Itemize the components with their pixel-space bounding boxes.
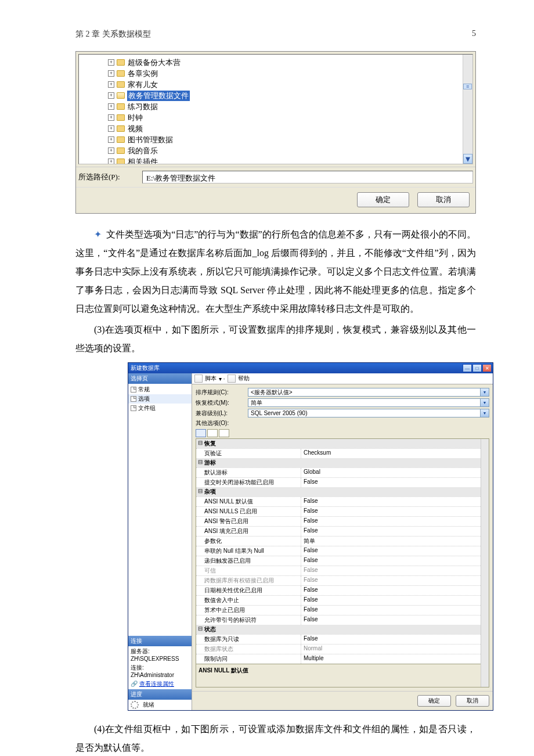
cancel-button[interactable]: 取消: [417, 192, 470, 207]
grid-category[interactable]: ⊟游标: [196, 458, 489, 467]
view-connection-props-link[interactable]: 查看连接属性: [139, 681, 174, 687]
grid-row[interactable]: ANSI 填充已启用False: [196, 526, 489, 536]
property-name: 提交时关闭游标功能已启用: [196, 478, 301, 487]
recovery-combo[interactable]: 简单▼: [248, 398, 489, 407]
grid-category[interactable]: ⊟状态: [196, 625, 489, 634]
property-name: 递归触发器已启用: [196, 556, 301, 566]
expand-icon[interactable]: +: [108, 70, 114, 77]
property-value[interactable]: False: [301, 615, 489, 625]
tree-item[interactable]: +超级备份大本营: [108, 57, 472, 68]
cancel-button[interactable]: 取消: [456, 695, 489, 707]
property-value[interactable]: False: [301, 517, 489, 526]
categorized-view-button[interactable]: [196, 429, 206, 437]
grid-row[interactable]: ANSI 警告已启用False: [196, 516, 489, 526]
grid-row[interactable]: 算术中止已启用False: [196, 605, 489, 615]
alphabetical-view-button[interactable]: [207, 429, 218, 437]
tree-item[interactable]: +家有儿女: [108, 79, 472, 90]
expand-icon[interactable]: +: [108, 81, 114, 88]
close-button[interactable]: ✕: [482, 364, 492, 372]
folder-icon: [117, 147, 125, 154]
ok-button[interactable]: 确定: [417, 695, 451, 707]
expand-icon[interactable]: +: [108, 59, 114, 66]
category-label: 状态: [204, 625, 216, 633]
grid-row[interactable]: 允许带引号的标识符False: [196, 615, 489, 625]
property-value[interactable]: False: [301, 546, 489, 556]
folder-icon: [117, 136, 125, 143]
tree-item-label: 我的音乐: [127, 146, 158, 156]
tree-item[interactable]: +相关插件: [108, 156, 472, 164]
page-nav-item[interactable]: 文件组: [128, 404, 192, 413]
expand-icon[interactable]: +: [108, 103, 114, 110]
maximize-button[interactable]: □: [472, 364, 482, 372]
tree-item[interactable]: +各章实例: [108, 68, 472, 79]
grid-row[interactable]: 数据库为只读False: [196, 634, 489, 644]
property-value[interactable]: Global: [301, 468, 489, 477]
property-value[interactable]: False: [301, 596, 489, 605]
chevron-down-icon: ▼: [480, 409, 489, 417]
category-label: 游标: [204, 459, 216, 467]
tree-item[interactable]: +视频: [108, 123, 472, 134]
compat-combo[interactable]: SQL Server 2005 (90)▼: [248, 409, 489, 417]
script-button[interactable]: 脚本: [205, 375, 217, 383]
grid-row[interactable]: ANSI NULL 默认值False: [196, 496, 489, 506]
grid-row[interactable]: 默认游标Global: [196, 467, 489, 477]
select-page-header: 选择页: [128, 373, 192, 384]
tree-item[interactable]: +时钟: [108, 112, 472, 123]
help-button[interactable]: 帮助: [238, 375, 250, 383]
grid-category[interactable]: ⊟杂项: [196, 487, 489, 496]
grid-row[interactable]: 递归触发器已启用False: [196, 556, 489, 566]
page-nav-item[interactable]: 常规: [128, 385, 192, 394]
selected-path-field[interactable]: E:\教务管理数据文件: [142, 171, 473, 183]
chevron-down-icon: ▼: [480, 388, 489, 396]
grid-category[interactable]: ⊟恢复: [196, 439, 489, 448]
page-nav-item[interactable]: 选项: [128, 394, 192, 404]
grid-row[interactable]: 参数化简单: [196, 536, 489, 546]
grid-view-button[interactable]: [219, 429, 229, 437]
property-value[interactable]: False: [301, 527, 489, 536]
expand-icon[interactable]: +: [108, 92, 114, 99]
scrollbar[interactable]: ≡ ▾: [463, 55, 472, 164]
paragraph-log-row: ✦ 文件类型选项为“日志”的行与为“数据”的行所包含的信息差不多，只有一两处很小…: [75, 225, 476, 318]
property-value[interactable]: Multiple: [301, 654, 489, 664]
ok-button[interactable]: 确定: [357, 192, 409, 207]
property-value[interactable]: False: [301, 635, 489, 644]
collation-combo[interactable]: <服务器默认值>▼: [248, 388, 489, 397]
property-value[interactable]: False: [301, 606, 489, 615]
folder-tree[interactable]: +超级备份大本营+各章实例+家有儿女+教务管理数据文件+练习数据+时钟+视频+图…: [78, 54, 473, 164]
tree-item[interactable]: +教务管理数据文件: [108, 90, 472, 101]
property-value[interactable]: Checksum: [301, 449, 489, 458]
property-value[interactable]: False: [301, 556, 489, 566]
category-label: 杂项: [204, 488, 216, 496]
tree-item[interactable]: +练习数据: [108, 101, 472, 112]
grid-row[interactable]: 提交时关闭游标功能已启用False: [196, 477, 489, 487]
grid-scrollbar[interactable]: [481, 439, 489, 687]
property-value[interactable]: 简单: [301, 537, 489, 546]
expand-icon[interactable]: +: [108, 114, 114, 121]
page-number: 5: [472, 29, 476, 39]
grid-row[interactable]: 串联的 Null 结果为 NullFalse: [196, 546, 489, 556]
scroll-down-button[interactable]: ▾: [463, 154, 472, 164]
expand-icon[interactable]: +: [108, 125, 114, 132]
connection-label: 连接:: [131, 664, 189, 672]
expand-icon[interactable]: +: [108, 136, 114, 143]
expand-icon[interactable]: +: [108, 159, 114, 164]
tree-item[interactable]: +我的音乐: [108, 145, 472, 156]
new-database-dialog: 新建数据库 — □ ✕ 选择页 常规选项文件组 连接 服务器: ZH\SQLEX…: [128, 362, 493, 711]
grid-row[interactable]: 页验证Checksum: [196, 448, 489, 458]
grid-row[interactable]: 数值舍入中止False: [196, 595, 489, 605]
paragraph-filegroup: (4)在文件组页框中，如下图所示，可设置或添加数据库文件和文件组的属性，如是否只…: [75, 720, 476, 756]
property-name: 日期相关性优化已启用: [196, 586, 301, 595]
property-value[interactable]: False: [301, 497, 489, 506]
property-value[interactable]: False: [301, 586, 489, 595]
minimize-button[interactable]: —: [463, 364, 472, 372]
grid-row[interactable]: 日期相关性优化已启用False: [196, 585, 489, 595]
property-value[interactable]: False: [301, 478, 489, 487]
property-value[interactable]: False: [301, 507, 489, 516]
grid-row[interactable]: 限制访问Multiple: [196, 654, 489, 664]
expand-icon[interactable]: +: [108, 147, 114, 154]
tree-item-label: 练习数据: [127, 102, 158, 112]
grid-row[interactable]: ANSI NULLS 已启用False: [196, 506, 489, 516]
tree-item[interactable]: +图书管理数据: [108, 134, 472, 145]
property-grid[interactable]: ⊟恢复页验证Checksum⊟游标默认游标Global提交时关闭游标功能已启用F…: [196, 438, 489, 687]
property-value: False: [301, 576, 489, 585]
